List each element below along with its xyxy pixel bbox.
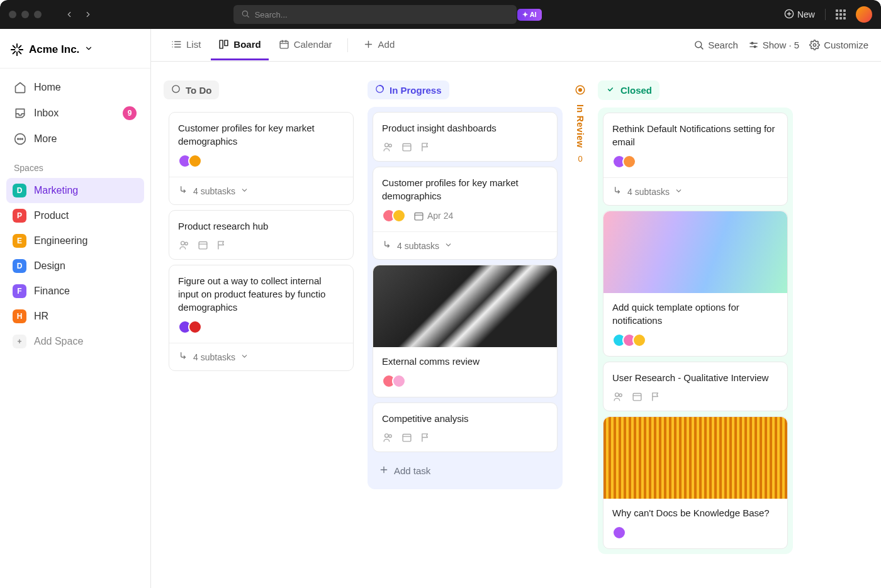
card-title: Product research hub <box>178 219 344 233</box>
add-task-button[interactable]: Add task <box>373 457 558 484</box>
svg-rect-25 <box>280 41 288 48</box>
avatar <box>392 209 406 223</box>
assignee-avatars[interactable] <box>612 333 646 347</box>
task-card[interactable]: Add quick template options for notificat… <box>603 211 788 357</box>
assignee-icon[interactable] <box>382 141 393 152</box>
svg-point-40 <box>184 242 187 245</box>
nav-back-button[interactable] <box>62 7 77 22</box>
date-icon[interactable] <box>197 239 208 250</box>
toolbar-search[interactable]: Search <box>693 40 738 50</box>
minimize-window[interactable] <box>21 11 29 18</box>
sidebar-item-more[interactable]: More <box>6 126 144 152</box>
date-icon[interactable] <box>631 391 643 402</box>
chevron-down-icon <box>444 241 452 251</box>
subtasks-toggle[interactable]: 4 subtasks <box>169 177 353 204</box>
subtasks-toggle[interactable]: 4 subtasks <box>169 343 353 370</box>
flag-icon[interactable] <box>420 431 431 443</box>
sidebar-item-home[interactable]: Home <box>6 75 144 100</box>
card-title: Rethink Default Notifications setting fo… <box>612 122 778 148</box>
space-item-marketing[interactable]: DMarketing <box>6 178 144 203</box>
view-tab-calendar[interactable]: Calendar <box>271 30 340 60</box>
column-in-review-collapsed[interactable]: In Review 0 <box>571 80 589 164</box>
column-header-progress[interactable]: In Progress <box>368 80 449 99</box>
nav-forward-button[interactable] <box>81 7 96 22</box>
svg-line-11 <box>19 46 21 48</box>
status-closed-icon <box>605 84 615 96</box>
sidebar-item-inbox[interactable]: Inbox 9 <box>6 100 144 126</box>
ai-button[interactable]: ✦AI <box>517 9 542 21</box>
svg-point-51 <box>388 435 391 437</box>
task-card[interactable]: Customer profiles for key market demogra… <box>169 112 354 205</box>
space-item-engineering[interactable]: EEngineering <box>6 228 144 253</box>
plus-icon <box>363 39 374 50</box>
space-item-design[interactable]: DDesign <box>6 253 144 279</box>
task-card[interactable]: Why can't Docs be Knowledge Base? <box>603 416 788 549</box>
task-card[interactable]: External comms review <box>373 265 558 397</box>
space-badge: D <box>13 184 26 197</box>
card-title: Competitive analysis <box>382 412 548 425</box>
maximize-window[interactable] <box>34 11 42 18</box>
assignee-icon[interactable] <box>382 431 393 443</box>
subtasks-toggle[interactable]: 4 subtasks <box>373 231 557 259</box>
new-button[interactable]: New <box>784 9 815 21</box>
svg-point-58 <box>606 85 614 93</box>
assignee-avatars[interactable] <box>178 154 202 168</box>
sidebar: Acme Inc. Home Inbox 9 More Spaces DMark… <box>0 29 151 588</box>
apps-menu[interactable] <box>836 9 846 19</box>
avatar <box>188 154 202 168</box>
task-card[interactable]: Competitive analysis <box>373 402 558 452</box>
user-avatar[interactable] <box>856 6 872 23</box>
svg-point-45 <box>388 144 391 147</box>
column-todo: To Do Customer profiles for key market d… <box>164 80 359 376</box>
space-item-product[interactable]: PProduct <box>6 203 144 228</box>
card-title: Product insight dashboards <box>382 121 548 135</box>
task-card[interactable]: User Research - Qualitative Interview <box>603 362 788 411</box>
task-card[interactable]: Product insight dashboards <box>373 112 558 162</box>
task-card[interactable]: Product research hub <box>169 210 354 260</box>
global-search[interactable]: Search... ✦AI <box>233 5 517 24</box>
add-view-button[interactable]: Add <box>356 30 403 60</box>
assignee-icon[interactable] <box>178 239 189 250</box>
status-review-icon <box>575 84 586 98</box>
flag-icon[interactable] <box>650 391 661 402</box>
view-tab-board[interactable]: Board <box>211 30 268 60</box>
space-name: Product <box>34 210 69 221</box>
assignee-avatars[interactable] <box>382 209 406 223</box>
toolbar-show[interactable]: Show · 5 <box>748 40 799 50</box>
assignee-icon[interactable] <box>612 391 624 402</box>
sliders-icon <box>748 40 759 50</box>
view-toolbar: List Board Calendar Add Search Show · 5 … <box>151 29 881 62</box>
subtasks-toggle[interactable]: 4 subtasks <box>603 177 787 205</box>
svg-rect-23 <box>220 40 223 48</box>
date-icon[interactable] <box>401 431 412 443</box>
toolbar-customize[interactable]: Customize <box>809 40 868 50</box>
assignee-avatars[interactable] <box>178 320 202 334</box>
task-card[interactable]: Rethink Default Notifications setting fo… <box>603 113 788 206</box>
due-date[interactable]: Apr 24 <box>413 211 453 221</box>
review-count: 0 <box>578 154 582 164</box>
workspace-selector[interactable]: Acme Inc. <box>6 38 144 68</box>
gear-icon <box>809 40 820 50</box>
space-item-finance[interactable]: FFinance <box>6 279 144 304</box>
card-title: External comms review <box>382 355 548 368</box>
svg-rect-41 <box>199 241 207 248</box>
date-icon[interactable] <box>401 141 412 152</box>
view-tab-list[interactable]: List <box>164 30 208 60</box>
assignee-avatars[interactable] <box>612 526 626 540</box>
task-card[interactable]: Figure out a way to collect internal inp… <box>169 265 354 371</box>
space-item-hr[interactable]: HHR <box>6 304 144 329</box>
svg-point-38 <box>172 86 179 92</box>
svg-point-50 <box>384 433 388 437</box>
task-card[interactable]: Customer profiles for key market demogra… <box>373 167 558 260</box>
column-header-closed[interactable]: Closed <box>598 80 659 100</box>
svg-point-16 <box>22 138 23 140</box>
column-header-todo[interactable]: To Do <box>164 80 219 99</box>
assignee-avatars[interactable] <box>382 374 406 388</box>
add-space-button[interactable]: + Add Space <box>6 329 144 354</box>
space-name: HR <box>34 311 48 322</box>
subtask-icon <box>178 185 188 197</box>
close-window[interactable] <box>9 11 16 18</box>
flag-icon[interactable] <box>420 141 431 152</box>
assignee-avatars[interactable] <box>612 155 636 169</box>
flag-icon[interactable] <box>216 239 227 250</box>
